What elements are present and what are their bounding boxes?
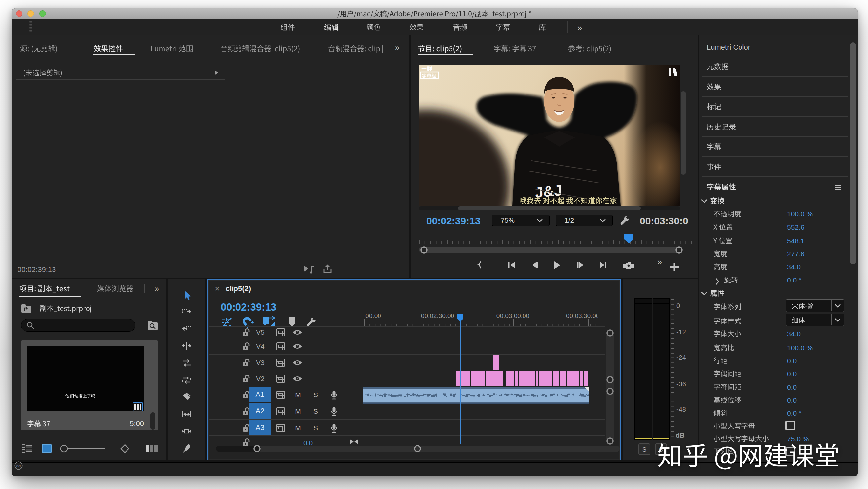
svg-text:cc: cc — [16, 463, 21, 468]
